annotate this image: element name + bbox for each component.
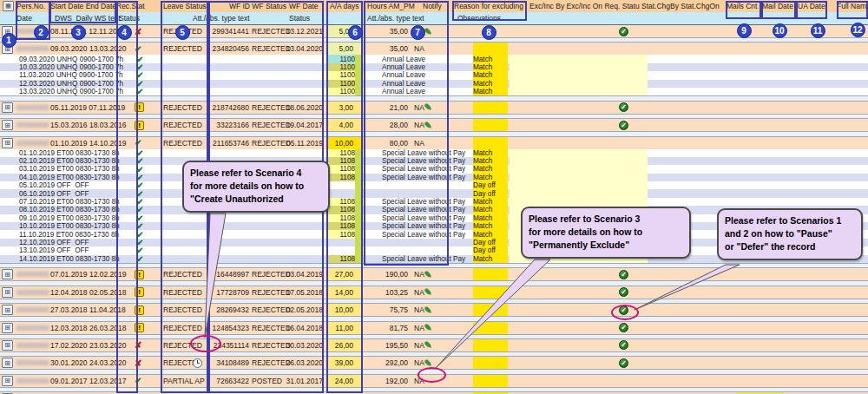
col-header-notify[interactable]: Notify bbox=[423, 0, 449, 12]
attendance-record-row[interactable]: ⊞0000000005.11.2019 07.11.2019!REJECTED2… bbox=[0, 102, 868, 114]
day-detail-row[interactable]: 03.10.2019 ET00 0830-1730 8h✔1108Special… bbox=[0, 165, 868, 173]
attendance-record-row[interactable]: ⊞0000000009.01.2017 12.03.2017✔PARTIAL A… bbox=[0, 375, 868, 387]
reason-excluding-cell bbox=[473, 119, 508, 131]
day-absence-type-code: 1100 bbox=[327, 80, 355, 88]
status-warning-icon: ! bbox=[135, 119, 148, 131]
col-subheader-status[interactable]: Status bbox=[119, 12, 141, 24]
status-cross-icon: ✘ bbox=[135, 358, 141, 368]
notify-icon[interactable]: ✎ bbox=[424, 339, 437, 351]
absence-type-text: Annual Leave bbox=[382, 55, 476, 62]
status-warning-icon: ! bbox=[135, 322, 148, 334]
day-detail-row[interactable]: 01.10.2019 ET00 0830-1730 8h✔1108Special… bbox=[0, 149, 868, 157]
day-detail-row[interactable]: 04.10.2019 ET00 0830-1730 8h✔1108Special… bbox=[0, 174, 868, 181]
annotation-badge-3: 3 bbox=[71, 25, 86, 40]
observations-cell: Match bbox=[473, 174, 508, 181]
workflow-status: REJECTED bbox=[252, 25, 288, 37]
day-detail-row[interactable]: 05.10.2019 OFF OFF✔Day off bbox=[0, 181, 868, 189]
status-check-icon: ✔ bbox=[135, 44, 141, 54]
absence-column-highlight bbox=[355, 255, 363, 263]
notify-icon[interactable]: ✎ bbox=[424, 268, 437, 280]
day-detail-row[interactable]: 02.10.2019 ET00 0830-1730 8h✔1108Special… bbox=[0, 157, 868, 165]
request-status-check-icon: ✓ bbox=[619, 357, 631, 369]
col-header-full-nam[interactable]: Full Nam bbox=[837, 0, 868, 12]
col-header-reason-for-excluding[interactable]: Reason for excluding bbox=[454, 0, 527, 12]
status-warning-icon: ! bbox=[135, 102, 144, 112]
observations-cell: Match bbox=[473, 157, 508, 165]
col-subheader-att-abs-type-text[interactable]: Att./abs. type text bbox=[367, 12, 447, 24]
col-header-pers-no-[interactable]: Pers.No. bbox=[16, 0, 49, 12]
col-subheader-observations[interactable]: Observations bbox=[457, 12, 511, 24]
attendance-record-row[interactable]: ⊞0000000012.04.2018 02.05.2018!REJECTED1… bbox=[0, 286, 868, 299]
create-unauthorized-clock-icon[interactable] bbox=[193, 357, 204, 369]
col-subheader-dws-daily-ws-text[interactable]: DWS Daily WS text bbox=[55, 12, 124, 24]
col-header-wf-id-wf-status[interactable]: WF ID WF Status bbox=[198, 0, 286, 12]
day-date-schedule: 10.03.2020 UNHQ 0900-1700 7h bbox=[19, 63, 132, 71]
status-check-icon: ✔ bbox=[135, 375, 148, 387]
day-date-schedule: 10.10.2019 ET00 0830-1730 8h bbox=[19, 222, 132, 230]
day-detail-row[interactable]: 11.03.2020 UNHQ 0900-1700 7h✔1100Annual … bbox=[0, 71, 868, 79]
day-detail-row[interactable]: 12.03.2020 UNHQ 0900-1700 7h✔1100Annual … bbox=[0, 80, 868, 88]
day-date-schedule: 04.10.2019 ET00 0830-1730 8h bbox=[19, 174, 132, 181]
col-subheader-att-abs-type-text[interactable]: Att./abs. type text bbox=[193, 12, 273, 24]
hours-value: 103,25 bbox=[369, 286, 408, 299]
reason-excluding-cell bbox=[473, 137, 508, 149]
workflow-status: REJECTED bbox=[252, 43, 288, 55]
workflow-id: 218742680 bbox=[200, 102, 249, 114]
absence-type-text: Special Leave without Pay bbox=[382, 149, 476, 157]
expand-details-icon[interactable]: ⊞ bbox=[2, 268, 13, 280]
attendance-record-row[interactable]: ⊞0000000015.03.2016 18.03.2016!REJECTED3… bbox=[0, 119, 868, 131]
day-date-schedule: 06.10.2019 OFF OFF bbox=[19, 189, 132, 197]
col-header-hours-am-pm[interactable]: Hours AM_PM bbox=[367, 0, 421, 12]
col-header-wf-date[interactable]: WF Date bbox=[289, 0, 324, 12]
expand-details-icon[interactable]: ⊞ bbox=[2, 119, 13, 131]
expand-details-icon[interactable]: ⊞ bbox=[2, 137, 13, 149]
expand-details-icon[interactable]: ⊞ bbox=[2, 375, 13, 387]
expand-details-icon[interactable]: ⊞ bbox=[2, 339, 13, 351]
col-header-rec-stat[interactable]: Rec.Stat bbox=[116, 0, 139, 12]
workflow-status: REJECTED bbox=[252, 357, 288, 369]
notify-icon[interactable]: ✎ bbox=[424, 119, 437, 131]
day-detail-row[interactable]: 06.10.2019 OFF OFF✔Day off bbox=[0, 189, 868, 197]
day-detail-row[interactable]: 09.03.2020 UNHQ 0900-1700 7h✔1100Annual … bbox=[0, 55, 868, 62]
workflow-date: 30.03.2020 bbox=[286, 339, 323, 351]
attendance-record-row[interactable]: ⊞0000000012.03.2018 26.03.2018!REJECTED1… bbox=[0, 322, 868, 334]
col-header-a-a-days[interactable]: A/A days bbox=[330, 0, 361, 12]
col-subheader-status[interactable]: Status bbox=[289, 12, 323, 24]
attendance-record-row[interactable]: ⊞0000000009.03.2020 13.03.2020✔REJECTED2… bbox=[0, 43, 868, 55]
notify-icon[interactable]: ✎ bbox=[424, 102, 437, 114]
expand-details-icon[interactable]: ⊞ bbox=[2, 357, 13, 369]
col-header-ua-date[interactable]: UA Date bbox=[798, 0, 827, 12]
absence-column-highlight bbox=[355, 246, 363, 254]
col-header-exc-inc-by-exc-inc-on-req-st[interactable]: Exc/Inc By Exc/Inc On Req. Statu Stat.Ch… bbox=[529, 0, 727, 12]
status-cross-icon: ✘ bbox=[135, 339, 148, 351]
attendance-record-row[interactable]: ⊞0000000027.03.2018 11.04.2018!REJECTED2… bbox=[0, 304, 868, 316]
absence-type-text: Annual Leave bbox=[382, 63, 476, 71]
col-header-start-date-end-date[interactable]: Start Date End Date bbox=[50, 0, 124, 12]
notify-icon[interactable]: ✎ bbox=[424, 286, 437, 299]
select-all-icon[interactable]: ▦ bbox=[3, 0, 14, 12]
reason-excluding-cell bbox=[473, 339, 508, 351]
expand-details-icon[interactable]: ⊞ bbox=[2, 304, 13, 316]
notify-icon[interactable]: ✎ bbox=[424, 322, 437, 334]
notify-icon[interactable]: ✎ bbox=[424, 304, 437, 316]
col-header-mails-cnt[interactable]: Mails Cnt bbox=[727, 0, 761, 12]
annotation-badge-2: 2 bbox=[34, 25, 49, 40]
attendance-record-row[interactable]: ⊞0000000030.01.2020 24.03.2020✘REJECTED3… bbox=[0, 357, 868, 369]
attendance-record-row[interactable]: ⊞0000000007.01.2019 12.02.2019!REJECTED1… bbox=[0, 268, 868, 280]
request-status-check-icon: ✓ bbox=[619, 339, 631, 351]
attendance-record-row[interactable]: ⊞0000000017.02.2020 23.03.2020✘REJECTED2… bbox=[0, 339, 868, 351]
day-detail-row[interactable]: 07.10.2019 ET00 0830-1730 8h✔1108Special… bbox=[0, 198, 868, 206]
absence-days-cell: 10,00 bbox=[327, 304, 363, 316]
attendance-record-row[interactable]: ⊞0000000001.10.2019 14.10.2019✔REJECTED2… bbox=[0, 137, 868, 149]
col-header-mail-date[interactable]: Mail Date bbox=[762, 0, 795, 12]
notify-pencil-icon: ✎ bbox=[424, 305, 431, 315]
notify-icon[interactable]: ✎ bbox=[424, 357, 437, 369]
expand-details-icon[interactable]: ⊞ bbox=[2, 322, 13, 334]
day-detail-row[interactable]: 10.03.2020 UNHQ 0900-1700 7h✔1100Annual … bbox=[0, 63, 868, 71]
col-subheader-date[interactable]: Date bbox=[16, 12, 49, 24]
day-date-schedule: 09.10.2019 ET00 0830-1730 8h bbox=[19, 214, 132, 222]
expand-details-icon[interactable]: ⊞ bbox=[2, 286, 13, 299]
notify-icon[interactable]: ✎ bbox=[424, 25, 437, 37]
expand-details-icon[interactable]: ⊞ bbox=[2, 102, 13, 114]
day-detail-row[interactable]: 13.03.2020 UNHQ 0900-1700 7h✔1100Annual … bbox=[0, 88, 868, 95]
